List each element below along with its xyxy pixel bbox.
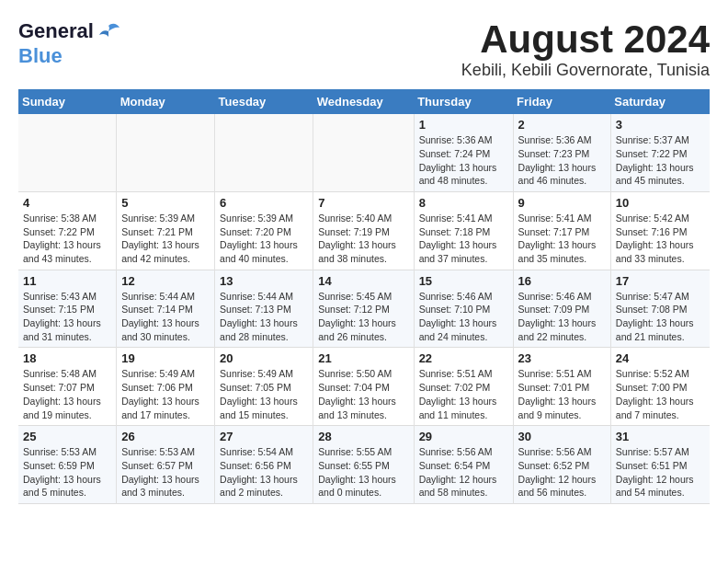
day-info: Sunrise: 5:41 AM Sunset: 7:18 PM Dayligh…	[419, 212, 508, 266]
calendar-cell: 26Sunrise: 5:53 AM Sunset: 6:57 PM Dayli…	[117, 426, 215, 504]
calendar-cell: 8Sunrise: 5:41 AM Sunset: 7:18 PM Daylig…	[414, 191, 513, 270]
day-info: Sunrise: 5:51 AM Sunset: 7:01 PM Dayligh…	[518, 367, 606, 421]
calendar-cell: 23Sunrise: 5:51 AM Sunset: 7:01 PM Dayli…	[513, 348, 610, 426]
calendar-header-row: Sunday Monday Tuesday Wednesday Thursday…	[18, 89, 710, 114]
calendar-cell: 31Sunrise: 5:57 AM Sunset: 6:51 PM Dayli…	[610, 426, 710, 504]
calendar-cell: 20Sunrise: 5:49 AM Sunset: 7:05 PM Dayli…	[215, 348, 313, 426]
calendar-cell	[18, 114, 117, 191]
day-number: 2	[518, 118, 606, 132]
day-number: 19	[121, 351, 210, 365]
day-info: Sunrise: 5:44 AM Sunset: 7:14 PM Dayligh…	[121, 290, 210, 344]
day-number: 27	[220, 430, 308, 443]
day-info: Sunrise: 5:36 AM Sunset: 7:23 PM Dayligh…	[518, 133, 606, 188]
day-info: Sunrise: 5:48 AM Sunset: 7:07 PM Dayligh…	[23, 367, 111, 421]
header-thursday: Thursday	[414, 89, 513, 114]
calendar-title: August 2024	[461, 18, 710, 61]
day-number: 30	[518, 430, 606, 443]
calendar-week-row: 11Sunrise: 5:43 AM Sunset: 7:15 PM Dayli…	[18, 270, 710, 348]
day-info: Sunrise: 5:42 AM Sunset: 7:16 PM Dayligh…	[616, 212, 705, 266]
day-info: Sunrise: 5:55 AM Sunset: 6:55 PM Dayligh…	[318, 445, 408, 500]
day-info: Sunrise: 5:45 AM Sunset: 7:12 PM Dayligh…	[318, 290, 408, 344]
calendar-cell: 19Sunrise: 5:49 AM Sunset: 7:06 PM Dayli…	[117, 348, 215, 426]
calendar-cell: 18Sunrise: 5:48 AM Sunset: 7:07 PM Dayli…	[18, 348, 117, 426]
day-info: Sunrise: 5:46 AM Sunset: 7:10 PM Dayligh…	[419, 290, 508, 344]
calendar-cell	[313, 114, 414, 191]
calendar-cell: 22Sunrise: 5:51 AM Sunset: 7:02 PM Dayli…	[414, 348, 513, 426]
day-number: 20	[220, 351, 308, 365]
day-number: 18	[23, 351, 111, 365]
calendar-cell: 25Sunrise: 5:53 AM Sunset: 6:59 PM Dayli…	[18, 426, 117, 504]
calendar-week-row: 4Sunrise: 5:38 AM Sunset: 7:22 PM Daylig…	[18, 191, 710, 270]
calendar-cell: 2Sunrise: 5:36 AM Sunset: 7:23 PM Daylig…	[513, 114, 610, 191]
calendar-cell: 1Sunrise: 5:36 AM Sunset: 7:24 PM Daylig…	[414, 114, 513, 191]
calendar-week-row: 25Sunrise: 5:53 AM Sunset: 6:59 PM Dayli…	[18, 426, 710, 504]
day-info: Sunrise: 5:39 AM Sunset: 7:21 PM Dayligh…	[121, 212, 210, 266]
day-number: 26	[121, 430, 210, 443]
calendar-cell: 16Sunrise: 5:46 AM Sunset: 7:09 PM Dayli…	[513, 270, 610, 348]
calendar-subtitle: Kebili, Kebili Governorate, Tunisia	[461, 61, 710, 80]
calendar-cell: 7Sunrise: 5:40 AM Sunset: 7:19 PM Daylig…	[313, 191, 414, 270]
day-info: Sunrise: 5:36 AM Sunset: 7:24 PM Dayligh…	[419, 133, 508, 188]
day-info: Sunrise: 5:46 AM Sunset: 7:09 PM Dayligh…	[518, 290, 606, 344]
day-number: 8	[419, 196, 508, 210]
header-monday: Monday	[117, 89, 215, 114]
calendar-cell: 11Sunrise: 5:43 AM Sunset: 7:15 PM Dayli…	[18, 270, 117, 348]
day-info: Sunrise: 5:54 AM Sunset: 6:56 PM Dayligh…	[220, 445, 308, 500]
calendar-cell: 5Sunrise: 5:39 AM Sunset: 7:21 PM Daylig…	[117, 191, 215, 270]
calendar-cell: 14Sunrise: 5:45 AM Sunset: 7:12 PM Dayli…	[313, 270, 414, 348]
day-number: 4	[23, 196, 111, 210]
calendar-cell: 29Sunrise: 5:56 AM Sunset: 6:54 PM Dayli…	[414, 426, 513, 504]
day-info: Sunrise: 5:43 AM Sunset: 7:15 PM Dayligh…	[23, 290, 111, 344]
calendar-cell: 10Sunrise: 5:42 AM Sunset: 7:16 PM Dayli…	[610, 191, 710, 270]
day-number: 7	[318, 196, 408, 210]
calendar-cell: 12Sunrise: 5:44 AM Sunset: 7:14 PM Dayli…	[117, 270, 215, 348]
calendar-cell: 15Sunrise: 5:46 AM Sunset: 7:10 PM Dayli…	[414, 270, 513, 348]
calendar-cell: 13Sunrise: 5:44 AM Sunset: 7:13 PM Dayli…	[215, 270, 313, 348]
logo: General Blue	[18, 18, 121, 68]
day-info: Sunrise: 5:44 AM Sunset: 7:13 PM Dayligh…	[220, 290, 308, 344]
day-info: Sunrise: 5:53 AM Sunset: 6:57 PM Dayligh…	[121, 445, 210, 500]
header-saturday: Saturday	[610, 89, 710, 114]
day-number: 13	[220, 274, 308, 288]
logo-blue: Blue	[18, 44, 121, 68]
day-info: Sunrise: 5:39 AM Sunset: 7:20 PM Dayligh…	[220, 212, 308, 266]
calendar-cell: 30Sunrise: 5:56 AM Sunset: 6:52 PM Dayli…	[513, 426, 610, 504]
day-number: 23	[518, 351, 606, 365]
title-section: August 2024 Kebili, Kebili Governorate, …	[461, 18, 710, 80]
day-number: 9	[518, 196, 606, 210]
header-friday: Friday	[513, 89, 610, 114]
day-number: 1	[419, 118, 508, 132]
day-number: 11	[23, 274, 111, 288]
calendar-cell: 9Sunrise: 5:41 AM Sunset: 7:17 PM Daylig…	[513, 191, 610, 270]
day-number: 12	[121, 274, 210, 288]
calendar-cell: 3Sunrise: 5:37 AM Sunset: 7:22 PM Daylig…	[610, 114, 710, 191]
page-header: General Blue August 2024 Kebili, Kebili …	[18, 18, 710, 80]
day-info: Sunrise: 5:49 AM Sunset: 7:06 PM Dayligh…	[121, 367, 210, 421]
calendar-cell: 17Sunrise: 5:47 AM Sunset: 7:08 PM Dayli…	[610, 270, 710, 348]
calendar-cell: 21Sunrise: 5:50 AM Sunset: 7:04 PM Dayli…	[313, 348, 414, 426]
day-info: Sunrise: 5:51 AM Sunset: 7:02 PM Dayligh…	[419, 367, 508, 421]
day-number: 31	[616, 430, 705, 443]
day-number: 3	[616, 118, 705, 132]
calendar-cell	[117, 114, 215, 191]
day-number: 10	[616, 196, 705, 210]
day-number: 17	[616, 274, 705, 288]
day-number: 15	[419, 274, 508, 288]
day-info: Sunrise: 5:40 AM Sunset: 7:19 PM Dayligh…	[318, 212, 408, 266]
calendar-table: Sunday Monday Tuesday Wednesday Thursday…	[18, 89, 710, 504]
calendar-cell: 4Sunrise: 5:38 AM Sunset: 7:22 PM Daylig…	[18, 191, 117, 270]
day-info: Sunrise: 5:56 AM Sunset: 6:52 PM Dayligh…	[518, 445, 606, 500]
header-wednesday: Wednesday	[313, 89, 414, 114]
day-info: Sunrise: 5:57 AM Sunset: 6:51 PM Dayligh…	[616, 445, 705, 500]
day-info: Sunrise: 5:49 AM Sunset: 7:05 PM Dayligh…	[220, 367, 308, 421]
header-tuesday: Tuesday	[215, 89, 313, 114]
day-number: 24	[616, 351, 705, 365]
day-number: 21	[318, 351, 408, 365]
day-info: Sunrise: 5:41 AM Sunset: 7:17 PM Dayligh…	[518, 212, 606, 266]
day-number: 28	[318, 430, 408, 443]
day-number: 14	[318, 274, 408, 288]
logo-bird-icon	[96, 18, 121, 44]
calendar-week-row: 18Sunrise: 5:48 AM Sunset: 7:07 PM Dayli…	[18, 348, 710, 426]
day-number: 29	[419, 430, 508, 443]
header-sunday: Sunday	[18, 89, 117, 114]
